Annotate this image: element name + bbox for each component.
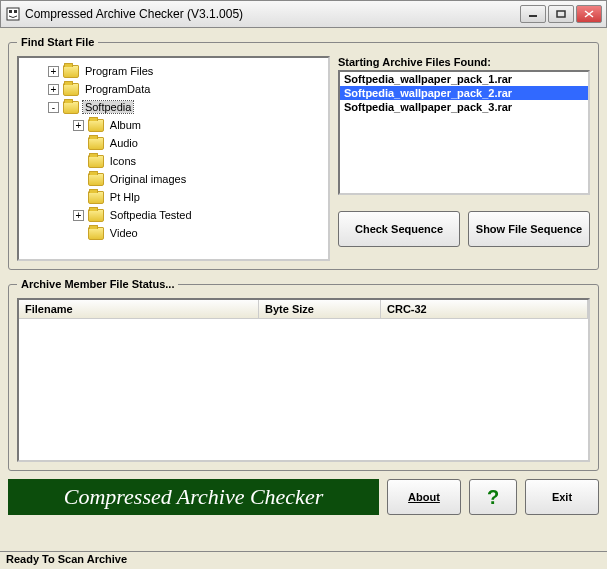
exit-button[interactable]: Exit xyxy=(525,479,599,515)
found-files-label: Starting Archive Files Found: xyxy=(338,56,590,68)
expand-icon[interactable]: + xyxy=(73,210,84,221)
tree-item[interactable]: +Album xyxy=(21,116,326,134)
tree-item[interactable]: Audio xyxy=(21,134,326,152)
expand-icon[interactable]: + xyxy=(48,84,59,95)
folder-icon xyxy=(63,65,79,78)
folder-icon xyxy=(88,173,104,186)
archive-member-status-group: Archive Member File Status... Filename B… xyxy=(8,278,599,471)
folder-icon xyxy=(88,119,104,132)
tree-lines xyxy=(21,208,71,222)
tree-lines xyxy=(21,190,71,204)
svg-rect-4 xyxy=(557,11,565,17)
member-table[interactable]: Filename Byte Size CRC-32 xyxy=(17,298,590,462)
svg-rect-0 xyxy=(7,8,19,20)
window-title: Compressed Archive Checker (V3.1.005) xyxy=(25,7,520,21)
tree-item[interactable]: Icons xyxy=(21,152,326,170)
status-bar: Ready To Scan Archive xyxy=(0,551,607,569)
tree-item[interactable]: +Softpedia Tested xyxy=(21,206,326,224)
maximize-button[interactable] xyxy=(548,5,574,23)
svg-rect-1 xyxy=(9,10,12,13)
expand-icon[interactable]: + xyxy=(73,120,84,131)
tree-item-label: Pt Hlp xyxy=(108,191,142,203)
col-filename[interactable]: Filename xyxy=(19,300,259,318)
member-table-header: Filename Byte Size CRC-32 xyxy=(19,300,588,319)
col-byte-size[interactable]: Byte Size xyxy=(259,300,381,318)
window-controls xyxy=(520,5,602,23)
minimize-button[interactable] xyxy=(520,5,546,23)
tree-item[interactable]: Pt Hlp xyxy=(21,188,326,206)
folder-icon xyxy=(88,227,104,240)
expand-icon[interactable]: + xyxy=(48,66,59,77)
tree-lines xyxy=(21,100,46,114)
app-icon xyxy=(5,6,21,22)
tree-item-label: Video xyxy=(108,227,140,239)
tree-item-label: ProgramData xyxy=(83,83,152,95)
close-button[interactable] xyxy=(576,5,602,23)
tree-item[interactable]: Original images xyxy=(21,170,326,188)
tree-item[interactable]: Video xyxy=(21,224,326,242)
found-file-item[interactable]: Softpedia_wallpaper_pack_1.rar xyxy=(340,72,588,86)
col-crc32[interactable]: CRC-32 xyxy=(381,300,588,318)
found-file-item[interactable]: Softpedia_wallpaper_pack_2.rar xyxy=(340,86,588,100)
folder-tree[interactable]: +Program Files +ProgramData -Softpedia +… xyxy=(17,56,330,261)
tree-item-label: Audio xyxy=(108,137,140,149)
folder-icon xyxy=(88,137,104,150)
about-label: About xyxy=(408,491,440,503)
found-file-item[interactable]: Softpedia_wallpaper_pack_3.rar xyxy=(340,100,588,114)
tree-item-label: Original images xyxy=(108,173,188,185)
find-start-file-group: Find Start File +Program Files +ProgramD… xyxy=(8,36,599,270)
tree-item[interactable]: -Softpedia xyxy=(21,98,326,116)
tree-lines xyxy=(21,172,71,186)
folder-icon xyxy=(88,209,104,222)
show-file-sequence-button[interactable]: Show File Sequence xyxy=(468,211,590,247)
tree-item-label: Icons xyxy=(108,155,138,167)
help-button[interactable]: ? xyxy=(469,479,517,515)
svg-rect-2 xyxy=(14,10,17,13)
tree-lines xyxy=(21,118,71,132)
tree-lines xyxy=(21,136,71,150)
tree-item-label: Softpedia xyxy=(83,101,133,113)
about-button[interactable]: About xyxy=(387,479,461,515)
tree-item-label: Album xyxy=(108,119,143,131)
tree-lines xyxy=(21,226,71,240)
tree-lines xyxy=(21,82,46,96)
question-icon: ? xyxy=(487,486,499,509)
folder-icon xyxy=(63,83,79,96)
tree-item[interactable]: +ProgramData xyxy=(21,80,326,98)
folder-icon xyxy=(88,191,104,204)
titlebar: Compressed Archive Checker (V3.1.005) xyxy=(0,0,607,28)
check-sequence-button[interactable]: Check Sequence xyxy=(338,211,460,247)
folder-icon xyxy=(88,155,104,168)
folder-icon xyxy=(63,101,79,114)
tree-item[interactable]: +Program Files xyxy=(21,62,326,80)
tree-lines xyxy=(21,154,71,168)
member-status-legend: Archive Member File Status... xyxy=(17,278,178,290)
app-banner: Compressed Archive Checker xyxy=(8,479,379,515)
collapse-icon[interactable]: - xyxy=(48,102,59,113)
find-start-legend: Find Start File xyxy=(17,36,98,48)
tree-item-label: Program Files xyxy=(83,65,155,77)
tree-lines xyxy=(21,64,46,78)
tree-item-label: Softpedia Tested xyxy=(108,209,194,221)
found-files-list[interactable]: Softpedia_wallpaper_pack_1.rarSoftpedia_… xyxy=(338,70,590,195)
